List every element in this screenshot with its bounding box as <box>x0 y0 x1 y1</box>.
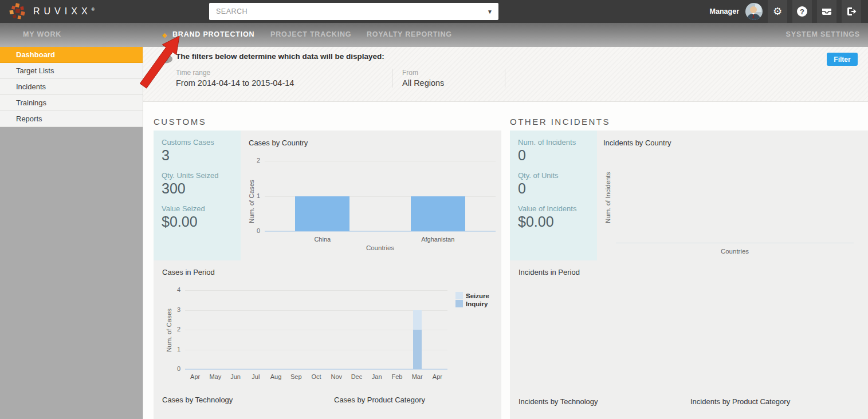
nav-royalty-reporting[interactable]: ROYALTY REPORTING <box>367 30 452 38</box>
user-name-label[interactable]: Manager <box>710 7 739 15</box>
user-avatar[interactable] <box>745 3 763 20</box>
chart-plot: 01234AprMayJunJulAugSepOctNovDecJanFebMa… <box>185 290 447 369</box>
filter-field-label: Time range <box>176 69 380 77</box>
y-axis-label: Num. of Cases <box>248 180 255 223</box>
filter-field-time-range: Time range From 2014-04-14 to 2015-04-14 <box>176 69 392 88</box>
sidebar-item-incidents[interactable]: Incidents <box>0 79 143 95</box>
bar-Afghanistan[interactable] <box>411 196 465 232</box>
stat-value: 3 <box>162 147 241 164</box>
incidents-stats: Num. of Incidents 0 Qty. of Units 0 Valu… <box>510 131 597 260</box>
search-input[interactable] <box>209 7 481 15</box>
x-axis-label: Countries <box>265 244 496 251</box>
x-tick-label: Afghanistan <box>419 236 456 243</box>
y-tick-label: 4 <box>168 286 180 293</box>
stat-label: Customs Cases <box>162 138 241 147</box>
inbox-button[interactable] <box>817 0 836 23</box>
x-tick-label: China <box>304 236 341 243</box>
x-tick-label: Apr <box>419 373 455 380</box>
sidebar-item-trainings[interactable]: Trainings <box>0 95 143 111</box>
sidebar-item-reports[interactable]: Reports <box>0 111 143 127</box>
stat-qty-units-seized: Qty. Units Seized 300 <box>154 164 241 197</box>
axis-baseline <box>185 369 447 370</box>
cases-in-period-chart: Cases in Period 01234AprMayJunJulAugSepO… <box>162 268 493 388</box>
nav-brand-protection[interactable]: BRAND PROTECTION <box>172 30 254 38</box>
legend-label: Inquiry <box>466 301 488 307</box>
customs-section-heading: CUSTOMS <box>154 117 206 127</box>
gridline <box>185 350 447 350</box>
stat-value-seized: Value Seized $0.00 <box>154 197 241 230</box>
active-nav-diamond-icon: ◆ <box>162 31 167 39</box>
incidents-by-product-category-title: Incidents by Product Category <box>690 397 790 406</box>
nav-project-tracking[interactable]: PROJECT TRACKING <box>270 30 351 38</box>
gridline <box>185 330 447 330</box>
sidebar-item-target-lists[interactable]: Target Lists <box>0 63 143 79</box>
nav-system-settings[interactable]: SYSTEM SETTINGS <box>786 30 860 38</box>
legend-seizure: Seizure <box>455 292 489 299</box>
brand-logo[interactable]: RUVIXX® <box>8 2 95 21</box>
y-tick-label: 0 <box>248 227 260 234</box>
help-icon: ? <box>797 6 807 17</box>
chart-legend: SeizureInquiry <box>455 292 489 308</box>
filter-field-value: All Regions <box>402 78 493 88</box>
axis-baseline <box>616 243 854 243</box>
bar-seizure-Mar[interactable] <box>413 310 422 330</box>
inbox-tray-icon <box>821 6 832 17</box>
y-axis-label: Num. of Cases <box>166 309 172 352</box>
hide-filters-eye-icon[interactable] <box>158 54 173 66</box>
y-tick-label: 2 <box>248 157 260 164</box>
stat-value: $0.00 <box>162 214 241 230</box>
customs-stats: Customs Cases 3 Qty. Units Seized 300 Va… <box>154 131 241 260</box>
incidents-by-country-chart: Incidents by Country Countries Num. of I… <box>598 137 861 258</box>
gridline <box>185 290 447 291</box>
filter-message: The filters below determine which data w… <box>176 52 384 61</box>
chart-plot: 012ChinaAfghanistan <box>265 161 496 231</box>
filter-field-region: From All Regions <box>392 69 505 88</box>
sign-out-icon <box>846 6 857 17</box>
incidents-section-heading: OTHER INCIDENTS <box>510 117 610 127</box>
bar-China[interactable] <box>295 196 349 232</box>
cases-by-technology-title: Cases by Technology <box>162 396 233 404</box>
stat-qty-of-units: Qty. of Units 0 <box>510 164 597 197</box>
ruvixx-cube-icon <box>8 2 26 21</box>
gridline <box>265 161 496 161</box>
stat-value-of-incidents: Value of Incidents $0.00 <box>510 197 597 230</box>
cases-by-country-chart: Cases by Country 012ChinaAfghanistan Cou… <box>243 137 501 252</box>
legend-swatch <box>455 292 463 299</box>
legend-inquiry: Inquiry <box>455 300 489 307</box>
filter-button[interactable]: Filter <box>827 53 858 66</box>
brand-name: RUVIXX® <box>33 6 95 17</box>
filter-field-value: From 2014-04-14 to 2015-04-14 <box>176 78 380 88</box>
settings-button[interactable]: ⚙ <box>768 0 787 23</box>
gear-icon: ⚙ <box>773 6 782 17</box>
top-bar: RUVIXX® ▼ Manager ⚙ ? <box>0 0 868 23</box>
stat-value: 0 <box>518 147 597 164</box>
incidents-by-technology-title: Incidents by Technology <box>519 397 598 406</box>
sidebar-item-dashboard[interactable]: Dashboard <box>0 47 143 63</box>
stat-label: Qty. of Units <box>518 171 597 180</box>
gridline <box>185 310 447 311</box>
chart-title: Cases by Country <box>249 139 308 147</box>
chart-title: Cases in Period <box>162 268 215 276</box>
main-nav: MY WORK ◆ BRAND PROTECTION PROJECT TRACK… <box>0 23 868 47</box>
stat-value: 300 <box>162 180 241 197</box>
y-axis-label: Num. of Incidents <box>604 172 611 223</box>
stat-customs-cases: Customs Cases 3 <box>154 131 241 164</box>
dashboard-content: CUSTOMS OTHER INCIDENTS Customs Cases 3 … <box>143 102 868 419</box>
help-button[interactable]: ? <box>792 0 812 23</box>
x-axis-label: Countries <box>616 248 854 255</box>
customs-panel: Customs Cases 3 Qty. Units Seized 300 Va… <box>154 131 501 419</box>
legend-label: Seizure <box>466 292 489 299</box>
avatar-photo <box>745 3 763 20</box>
incidents-panel: Num. of Incidents 0 Qty. of Units 0 Valu… <box>510 131 868 419</box>
logout-button[interactable] <box>842 0 861 23</box>
nav-my-work[interactable]: MY WORK <box>23 30 61 38</box>
registered-mark: ® <box>92 7 95 12</box>
filter-bar: The filters below determine which data w… <box>143 47 868 102</box>
search-dropdown-caret[interactable]: ▼ <box>481 9 498 15</box>
global-search: ▼ <box>209 3 498 20</box>
filter-field-label: From <box>402 69 493 77</box>
bar-inquiry-Mar[interactable] <box>413 330 422 369</box>
stat-label: Num. of Incidents <box>518 138 597 147</box>
chart-plot <box>616 157 854 243</box>
y-tick-label: 0 <box>168 365 180 372</box>
